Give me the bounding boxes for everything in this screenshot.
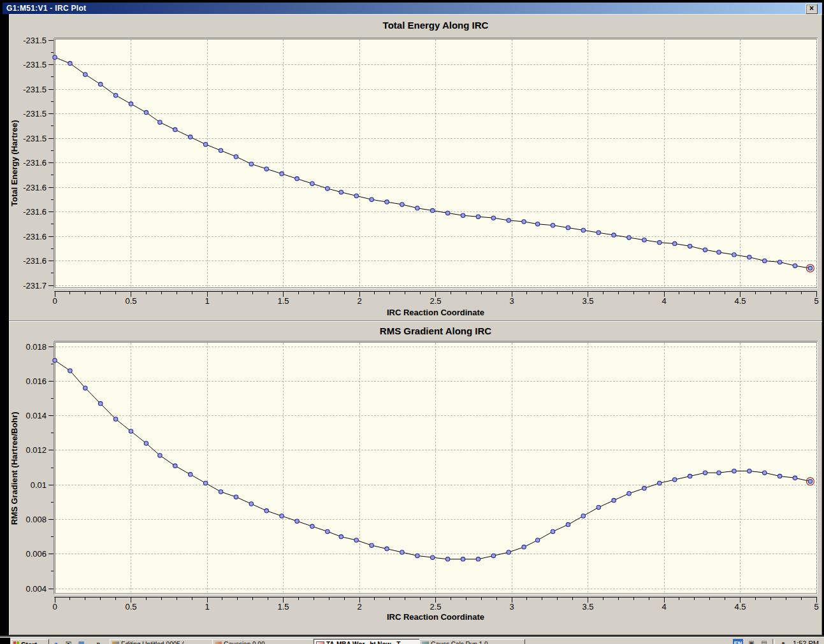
data-point[interactable] — [476, 557, 480, 561]
data-point[interactable] — [535, 222, 539, 226]
data-point[interactable] — [627, 492, 631, 496]
data-point[interactable] — [431, 208, 435, 212]
data-point[interactable] — [68, 61, 72, 65]
data-point[interactable] — [717, 250, 721, 254]
data-point[interactable] — [173, 464, 177, 468]
data-point[interactable] — [717, 471, 721, 475]
data-point[interactable] — [808, 266, 812, 270]
window-titlebar[interactable]: G1:M51:V1 - IRC Plot × — [3, 3, 822, 14]
data-point[interactable] — [777, 474, 781, 478]
language-indicator[interactable]: EN — [733, 639, 743, 644]
data-point[interactable] — [234, 155, 238, 159]
data-point[interactable] — [673, 478, 677, 482]
data-point[interactable] — [612, 498, 616, 502]
data-point[interactable] — [158, 120, 162, 124]
data-point[interactable] — [476, 215, 480, 218]
data-point[interactable] — [113, 417, 117, 421]
data-point[interactable] — [144, 441, 148, 445]
data-point[interactable] — [581, 514, 585, 518]
mail-icon[interactable]: ✉ — [64, 639, 73, 644]
data-point[interactable] — [385, 200, 389, 204]
data-point[interactable] — [400, 550, 404, 554]
data-point[interactable] — [445, 211, 449, 215]
data-point[interactable] — [129, 102, 133, 106]
data-point[interactable] — [535, 538, 539, 542]
data-point[interactable] — [310, 182, 314, 185]
data-point[interactable] — [173, 127, 177, 131]
data-point[interactable] — [249, 502, 253, 506]
data-point[interactable] — [400, 203, 404, 206]
data-point[interactable] — [658, 240, 661, 244]
start-button[interactable]: Start — [11, 639, 49, 644]
data-point[interactable] — [688, 244, 691, 248]
data-point[interactable] — [219, 148, 222, 152]
tray-volume-icon[interactable]: ▣ — [747, 639, 756, 644]
task-button-4[interactable]: Gauss Calc Run 1.0... — [419, 639, 525, 644]
data-point[interactable] — [189, 473, 192, 476]
data-point[interactable] — [264, 167, 268, 171]
data-point[interactable] — [370, 543, 373, 547]
data-point[interactable] — [732, 469, 736, 473]
data-point[interactable] — [416, 554, 419, 557]
total-energy-plot[interactable]: -231.5-231.5-231.5-231.5-231.5-231.6-231… — [9, 14, 822, 320]
data-point[interactable] — [491, 554, 495, 557]
data-point[interactable] — [295, 176, 299, 180]
data-point[interactable] — [596, 505, 600, 509]
data-point[interactable] — [793, 476, 797, 480]
data-point[interactable] — [703, 471, 707, 475]
data-point[interactable] — [658, 481, 661, 485]
data-point[interactable] — [612, 233, 616, 237]
data-point[interactable] — [688, 474, 691, 478]
data-point[interactable] — [522, 545, 526, 549]
task-button-2[interactable]: Gaussian 0.00 — [212, 639, 314, 644]
data-point[interactable] — [264, 509, 268, 513]
data-point[interactable] — [596, 231, 600, 234]
data-point[interactable] — [507, 550, 510, 554]
show-desktop-icon[interactable]: ▦ — [76, 639, 86, 644]
data-point[interactable] — [219, 490, 222, 494]
data-point[interactable] — [566, 225, 570, 229]
data-point[interactable] — [748, 469, 751, 473]
data-point[interactable] — [507, 218, 510, 222]
data-point[interactable] — [144, 110, 148, 114]
data-point[interactable] — [310, 524, 314, 528]
data-point[interactable] — [280, 172, 284, 176]
data-point[interactable] — [522, 220, 526, 224]
data-point[interactable] — [99, 401, 103, 405]
data-point[interactable] — [158, 454, 162, 457]
rms-gradient-plot[interactable]: 0.0180.0160.0140.0120.010.0080.0060.0040… — [9, 322, 822, 615]
data-point[interactable] — [326, 529, 329, 533]
data-point[interactable] — [777, 260, 781, 264]
data-point[interactable] — [249, 162, 253, 166]
data-point[interactable] — [99, 82, 103, 86]
data-point[interactable] — [295, 519, 299, 523]
data-point[interactable] — [763, 259, 767, 262]
tray-display-icon[interactable]: ▤ — [760, 639, 769, 644]
tray-app-icon[interactable]: ● — [779, 639, 788, 644]
data-point[interactable] — [808, 480, 812, 483]
data-point[interactable] — [370, 197, 373, 201]
data-point[interactable] — [461, 213, 465, 217]
quicklaunch-overflow-chevron[interactable]: » — [94, 639, 102, 644]
data-point[interactable] — [642, 486, 646, 490]
data-point[interactable] — [461, 557, 465, 561]
data-point[interactable] — [203, 481, 207, 485]
data-point[interactable] — [83, 386, 87, 390]
data-point[interactable] — [203, 142, 207, 146]
data-point[interactable] — [491, 216, 495, 220]
data-point[interactable] — [354, 538, 358, 542]
close-button[interactable]: × — [806, 4, 818, 14]
data-point[interactable] — [189, 135, 192, 139]
data-point[interactable] — [234, 495, 238, 499]
data-point[interactable] — [566, 522, 570, 526]
data-point[interactable] — [551, 223, 554, 227]
data-point[interactable] — [581, 228, 585, 232]
data-point[interactable] — [339, 190, 343, 194]
data-point[interactable] — [445, 557, 449, 561]
data-point[interactable] — [642, 238, 646, 242]
data-point[interactable] — [53, 55, 57, 59]
data-point[interactable] — [703, 248, 707, 252]
data-point[interactable] — [339, 534, 343, 538]
task-button-1[interactable]: Editing Untitled-0005 (... — [110, 639, 214, 644]
data-point[interactable] — [732, 253, 736, 257]
